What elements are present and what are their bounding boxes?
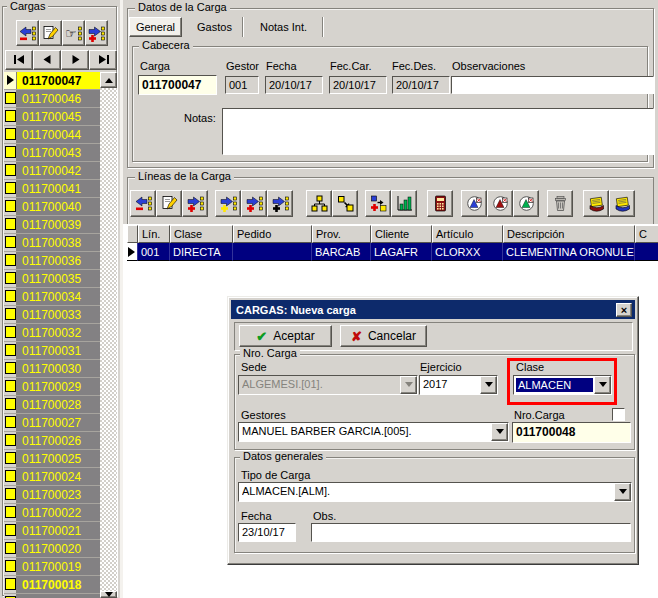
cargas-list-item-partial[interactable] bbox=[4, 594, 100, 598]
cargas-list-item[interactable]: 011700042 bbox=[4, 162, 100, 180]
notas-textarea[interactable] bbox=[222, 108, 654, 155]
cargas-list-item[interactable]: 011700021 bbox=[4, 522, 100, 540]
column-header[interactable]: Clase bbox=[170, 225, 233, 243]
scroll-up-icon bbox=[105, 78, 113, 83]
record-marker bbox=[4, 216, 17, 233]
sede-combobox[interactable]: ALGEMESI.[01]. bbox=[238, 375, 418, 395]
column-header[interactable]: Cliente bbox=[371, 225, 432, 243]
cargas-list-item[interactable]: 011700040 bbox=[4, 198, 100, 216]
line-insert-a-button[interactable] bbox=[215, 190, 241, 217]
lines-hierarchy-button[interactable] bbox=[306, 190, 332, 217]
dropdown-button[interactable] bbox=[491, 423, 508, 441]
report-blue-button[interactable] bbox=[609, 190, 635, 217]
scrollbar-track[interactable] bbox=[100, 88, 117, 591]
dropdown-button[interactable] bbox=[480, 376, 497, 394]
cancelar-label: Cancelar bbox=[368, 329, 416, 343]
nro-carga-field[interactable]: 011700048 bbox=[512, 422, 631, 443]
tab-gastos[interactable]: Gastos bbox=[187, 17, 242, 37]
cargas-list-item[interactable]: 011700039 bbox=[4, 216, 100, 234]
table-row[interactable]: 001DIRECTABARCABLAGAFRCLORXXCLEMENTINA O… bbox=[127, 243, 658, 261]
cargas-list-item[interactable]: 011700020 bbox=[4, 540, 100, 558]
fec-car-field[interactable]: 20/10/17 bbox=[329, 76, 387, 94]
nro-carga-checkbox[interactable] bbox=[612, 408, 625, 421]
dropdown-button[interactable] bbox=[400, 376, 417, 394]
cargas-list-item[interactable]: 011700044 bbox=[4, 126, 100, 144]
cargas-list-item[interactable]: 011700038 bbox=[4, 234, 100, 252]
cargas-list-item[interactable]: 011700047 bbox=[4, 72, 100, 90]
cargas-list-scrollbar[interactable] bbox=[100, 72, 117, 598]
column-header[interactable]: Artículo bbox=[432, 225, 503, 243]
dialog-obs-field[interactable] bbox=[311, 523, 631, 542]
dialog-titlebar[interactable]: CARGAS: Nueva carga × bbox=[231, 300, 635, 319]
column-header[interactable]: Prov. bbox=[312, 225, 371, 243]
cargas-list-item[interactable]: 011700028 bbox=[4, 396, 100, 414]
column-header[interactable]: Lín. bbox=[138, 225, 170, 243]
record-marker bbox=[4, 576, 17, 593]
stats-green-button[interactable] bbox=[513, 190, 539, 217]
line-edit-button[interactable] bbox=[156, 190, 182, 217]
nav-prev-button[interactable] bbox=[33, 50, 61, 70]
observaciones-field[interactable] bbox=[451, 76, 654, 94]
cancelar-button[interactable]: ✘ Cancelar bbox=[340, 325, 427, 347]
line-add-button[interactable] bbox=[182, 190, 208, 217]
cargas-list-item[interactable]: 011700041 bbox=[4, 180, 100, 198]
cargas-list-item[interactable]: 011700026 bbox=[4, 432, 100, 450]
line-chart-button[interactable] bbox=[391, 190, 417, 217]
record-edit-button[interactable] bbox=[39, 20, 62, 46]
record-select-button[interactable]: ☞ bbox=[62, 20, 85, 46]
cargas-list-item[interactable]: 011700024 bbox=[4, 468, 100, 486]
line-insert-c-button[interactable] bbox=[267, 190, 293, 217]
cargas-list-item[interactable]: 011700046 bbox=[4, 90, 100, 108]
cargas-list-item[interactable]: 011700032 bbox=[4, 324, 100, 342]
calculator-button[interactable] bbox=[427, 190, 453, 217]
gestores-combobox[interactable]: MANUEL BARBER GARCIA.[005]. bbox=[238, 422, 509, 442]
cargas-list-item[interactable]: 011700031 bbox=[4, 342, 100, 360]
nav-last-button[interactable] bbox=[89, 50, 117, 70]
cargas-list-item[interactable]: 011700034 bbox=[4, 288, 100, 306]
column-header[interactable]: Pedido bbox=[233, 225, 312, 243]
fecha-field[interactable]: 20/10/17 bbox=[265, 76, 323, 94]
line-insert-b-button[interactable] bbox=[241, 190, 267, 217]
nav-first-button[interactable] bbox=[5, 50, 33, 70]
cargas-list-item[interactable]: 011700022 bbox=[4, 504, 100, 522]
tipo-carga-combobox[interactable]: ALMACEN.[ALM]. bbox=[238, 482, 632, 502]
record-add-button[interactable] bbox=[85, 20, 108, 46]
stats-blue-button[interactable] bbox=[461, 190, 487, 217]
cargas-list-item[interactable]: 011700023 bbox=[4, 486, 100, 504]
gestor-field[interactable]: 001 bbox=[225, 76, 259, 94]
scroll-up-button[interactable] bbox=[100, 72, 117, 88]
carga-field[interactable]: 011700047 bbox=[138, 75, 217, 95]
cargas-list-item[interactable]: 011700027 bbox=[4, 414, 100, 432]
cargas-list-item[interactable]: 011700033 bbox=[4, 306, 100, 324]
cargas-list-item[interactable]: 011700019 bbox=[4, 558, 100, 576]
tab-general[interactable]: General bbox=[129, 17, 182, 37]
close-button[interactable]: × bbox=[616, 303, 632, 317]
report-red-button[interactable] bbox=[583, 190, 609, 217]
cargas-list-item[interactable]: 011700018 bbox=[4, 576, 100, 594]
cargas-list-item[interactable]: 011700025 bbox=[4, 450, 100, 468]
ejercicio-combobox[interactable]: 2017 bbox=[419, 375, 498, 395]
line-move-button[interactable] bbox=[332, 190, 358, 217]
record-remove-button[interactable] bbox=[16, 20, 39, 46]
scroll-down-button[interactable] bbox=[100, 591, 117, 598]
stats-red-button[interactable] bbox=[487, 190, 513, 217]
cargas-list-item[interactable]: 011700043 bbox=[4, 144, 100, 162]
cargas-list-item[interactable]: 011700030 bbox=[4, 360, 100, 378]
aceptar-button[interactable]: ✔ Aceptar bbox=[239, 325, 332, 347]
column-header[interactable]: Descripción bbox=[503, 225, 635, 243]
column-header[interactable]: C bbox=[635, 225, 658, 243]
cargas-list-item[interactable]: 011700036 bbox=[4, 252, 100, 270]
cargas-list-item[interactable]: 011700029 bbox=[4, 378, 100, 396]
nav-next-button[interactable] bbox=[61, 50, 89, 70]
line-remove-button[interactable] bbox=[130, 190, 156, 217]
fec-des-field[interactable]: 20/10/17 bbox=[392, 76, 450, 94]
dialog-fecha-field[interactable]: 23/10/17 bbox=[238, 523, 296, 542]
record-marker bbox=[4, 414, 17, 431]
delete-all-lines-button[interactable] bbox=[547, 190, 573, 217]
tab-notas-int[interactable]: Notas Int. bbox=[247, 17, 320, 37]
cargas-list-item[interactable]: 011700045 bbox=[4, 108, 100, 126]
line-transfer-button[interactable] bbox=[365, 190, 391, 217]
line-move-icon bbox=[337, 195, 354, 212]
cargas-list-item[interactable]: 011700035 bbox=[4, 270, 100, 288]
dropdown-button[interactable] bbox=[614, 483, 631, 501]
